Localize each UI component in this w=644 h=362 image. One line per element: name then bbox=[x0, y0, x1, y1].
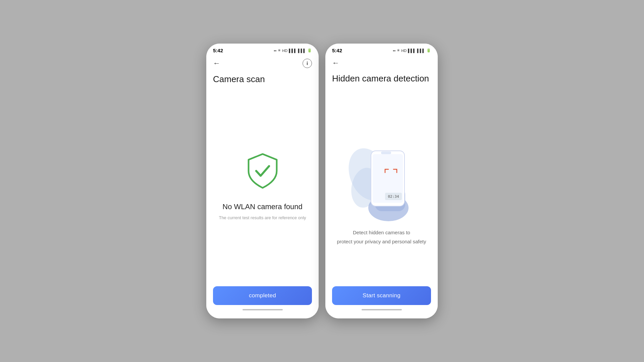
bluetooth-icon-2: ✳ bbox=[397, 48, 400, 53]
result-subtitle-1: The current test results are for referen… bbox=[219, 215, 306, 220]
signal-icon-1: ▪▪ bbox=[274, 49, 277, 53]
info-button-1[interactable]: i bbox=[303, 59, 312, 68]
bottom-area-1: completed bbox=[206, 281, 319, 318]
left-background bbox=[89, 44, 200, 318]
svg-text:02:34: 02:34 bbox=[388, 194, 399, 199]
status-time-2: 5:42 bbox=[332, 48, 342, 53]
result-title-1: No WLAN camera found bbox=[222, 202, 302, 211]
svg-rect-10 bbox=[381, 152, 391, 154]
status-bar-1: 5:42 ▪▪ ✳ HD ▌▌▌ ▌▌▌ 🔋 bbox=[206, 44, 319, 56]
content-area-1: No WLAN camera found The current test re… bbox=[206, 90, 319, 281]
battery-icon-2: 🔋 bbox=[426, 48, 431, 53]
shield-icon-container bbox=[243, 151, 283, 192]
nav-bar-1: ← i bbox=[206, 56, 319, 72]
battery-icon-1: 🔋 bbox=[307, 48, 312, 53]
status-bar-2: 5:42 ▪▪ ✳ HD ▌▌▌ ▌▌▌ 🔋 bbox=[325, 44, 438, 56]
hd-icon-1: HD bbox=[282, 49, 287, 53]
page-title-2: Hidden camera detection bbox=[325, 71, 438, 89]
signal-icon-2: ▪▪ bbox=[393, 49, 396, 53]
start-scanning-button[interactable]: Start scanning bbox=[332, 286, 431, 305]
hd-icon-2: HD bbox=[401, 49, 407, 53]
status-time-1: 5:42 bbox=[213, 48, 223, 53]
status-icons-1: ▪▪ ✳ HD ▌▌▌ ▌▌▌ 🔋 bbox=[274, 48, 312, 53]
right-background bbox=[444, 44, 555, 318]
back-button-2[interactable]: ← bbox=[332, 59, 339, 67]
home-indicator-2 bbox=[362, 309, 402, 310]
phone-illustration: 02:34 bbox=[341, 121, 422, 221]
status-icons-2: ▪▪ ✳ HD ▌▌▌ ▌▌▌ 🔋 bbox=[393, 48, 431, 53]
phone-hidden-camera: 5:42 ▪▪ ✳ HD ▌▌▌ ▌▌▌ 🔋 ← Hidden camera d… bbox=[325, 44, 438, 318]
detect-description: Detect hidden cameras to protect your pr… bbox=[337, 228, 426, 246]
signal2-icon-1: ▌▌▌ bbox=[298, 49, 306, 53]
wifi-icon-2: ▌▌▌ bbox=[408, 49, 416, 53]
hand-phone-svg: 02:34 bbox=[341, 121, 422, 225]
home-indicator-1 bbox=[243, 309, 283, 310]
illustration-area: 02:34 Detect hidden cameras to protect y… bbox=[325, 89, 438, 281]
signal2-icon-2: ▌▌▌ bbox=[417, 49, 425, 53]
completed-button[interactable]: completed bbox=[213, 286, 312, 305]
page-title-1: Camera scan bbox=[206, 72, 319, 90]
phone-camera-scan: 5:42 ▪▪ ✳ HD ▌▌▌ ▌▌▌ 🔋 ← i Camera scan bbox=[206, 44, 319, 318]
bluetooth-icon-1: ✳ bbox=[278, 48, 281, 53]
back-button-1[interactable]: ← bbox=[213, 59, 220, 68]
shield-check-icon bbox=[243, 151, 283, 191]
nav-bar-2: ← bbox=[325, 56, 438, 71]
bottom-area-2: Start scanning bbox=[325, 281, 438, 318]
wifi-icon-1: ▌▌▌ bbox=[289, 49, 297, 53]
